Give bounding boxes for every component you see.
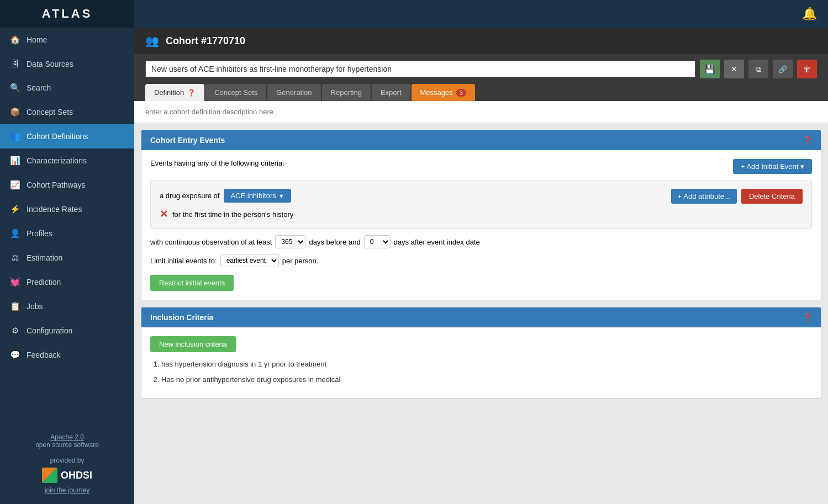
add-attr-label: + Add attribute... (678, 192, 730, 200)
gear-icon: ⚙ (10, 326, 20, 336)
remove-first-time-icon[interactable]: ✕ (160, 208, 168, 220)
users-icon: 👥 (10, 131, 20, 141)
list-item: Has no prior antihypertensive drug expos… (161, 374, 812, 385)
scale-icon: ⚖ (10, 253, 20, 263)
sidebar-item-data-sources[interactable]: 🗄 Data Sources (0, 52, 134, 76)
ace-inhibitors-button[interactable]: ACE inhibitors ▼ (224, 189, 291, 203)
sidebar-item-estimation[interactable]: ⚖ Estimation (0, 246, 134, 270)
content-area: 👥 Cohort #1770710 💾 ✕ ⧉ 🔗 🗑 Definition ❓… (134, 28, 828, 504)
tab-label: Generation (276, 88, 312, 97)
tab-export[interactable]: Export (372, 84, 410, 101)
tab-messages[interactable]: Messages 3 (412, 84, 475, 101)
tab-label: Reporting (331, 88, 362, 97)
cancel-button[interactable]: ✕ (724, 60, 744, 78)
cohort-name-input[interactable] (145, 61, 695, 77)
cohort-entry-events-body: Events having any of the following crite… (141, 150, 821, 300)
cohort-entry-events-panel: Cohort Entry Events ❓ Events having any … (141, 130, 821, 300)
sidebar-item-configuration[interactable]: ⚙ Configuration (0, 319, 134, 343)
sidebar-item-label: Incidence Rates (27, 205, 82, 214)
sidebar-item-incidence-rates[interactable]: ⚡ Incidence Rates (0, 197, 134, 221)
new-inclusion-criteria-button[interactable]: New inclusion criteria (150, 336, 236, 352)
obs-prefix-label: with continuous observation of at least (150, 238, 272, 246)
add-initial-event-button[interactable]: + Add Initial Event ▾ (733, 159, 812, 174)
tab-label: Messages (420, 88, 453, 97)
inclusion-item-text: has hypertension diagnosis in 1 yr prior… (161, 360, 326, 368)
sidebar-item-label: Prediction (27, 278, 61, 287)
sidebar-item-home[interactable]: 🏠 Home (0, 28, 134, 52)
inclusion-criteria-body: New inclusion criteria has hypertension … (141, 327, 821, 398)
app-logo: ATLAS (0, 0, 134, 28)
clipboard-icon: 📋 (10, 301, 20, 311)
inclusion-section-title: Inclusion Criteria (150, 313, 213, 322)
cohort-header: 👥 Cohort #1770710 (134, 28, 828, 54)
copy-button[interactable]: ⧉ (748, 60, 768, 78)
save-button[interactable]: 💾 (700, 60, 720, 78)
sidebar-item-label: Data Sources (27, 60, 73, 68)
first-time-label: for the first time in the person's histo… (172, 210, 293, 219)
add-initial-event-label: + Add Initial Event ▾ (741, 162, 804, 171)
sidebar-item-concept-sets[interactable]: 📦 Concept Sets (0, 100, 134, 124)
restrict-initial-events-button[interactable]: Restrict initial events (150, 275, 234, 291)
limit-suffix-label: per person. (282, 257, 319, 265)
drug-exposure-label: a drug exposure of (160, 192, 219, 200)
sidebar-item-label: Estimation (27, 253, 62, 262)
tabs-bar: Definition ❓ Concept Sets Generation Rep… (134, 84, 828, 101)
app-title: ATLAS (42, 7, 93, 21)
search-icon: 🔍 (10, 83, 20, 93)
tab-generation[interactable]: Generation (267, 84, 320, 101)
cohort-entry-events-header: Cohort Entry Events ❓ (141, 130, 821, 150)
sidebar-item-label: Profiles (27, 229, 52, 238)
criteria-actions: + Add attribute... Delete Criteria (671, 189, 803, 204)
inclusion-criteria-panel: Inclusion Criteria ❓ New inclusion crite… (141, 307, 821, 399)
link-button[interactable]: 🔗 (773, 60, 793, 78)
cohort-id-title: Cohort #1770710 (166, 35, 245, 47)
inclusion-criteria-header: Inclusion Criteria ❓ (141, 307, 821, 327)
database-icon: 🗄 (10, 59, 20, 68)
sidebar-item-prediction[interactable]: 💓 Prediction (0, 270, 134, 294)
new-inclusion-label: New inclusion criteria (159, 340, 227, 348)
footer-provided-by: provided by (50, 457, 84, 464)
days-between-label: days before and (309, 238, 360, 246)
sidebar-item-jobs[interactable]: 📋 Jobs (0, 294, 134, 319)
tab-help-icon[interactable]: ❓ (187, 89, 196, 97)
sidebar: ATLAS 🏠 Home 🗄 Data Sources 🔍 Search 📦 C… (0, 0, 134, 504)
limit-events-select[interactable]: earliest event latest event all events (220, 254, 279, 267)
join-link[interactable]: join the journey (45, 486, 89, 494)
tab-label: Export (381, 88, 402, 97)
cohort-name-bar: 💾 ✕ ⧉ 🔗 🗑 (134, 54, 828, 84)
main-area: 🔔 👥 Cohort #1770710 💾 ✕ ⧉ 🔗 🗑 Definition… (134, 0, 828, 504)
sidebar-item-label: Search (27, 83, 51, 92)
tab-definition[interactable]: Definition ❓ (145, 84, 204, 101)
delete-button[interactable]: 🗑 (797, 60, 817, 78)
sidebar-item-search[interactable]: 🔍 Search (0, 76, 134, 100)
tab-concept-sets[interactable]: Concept Sets (205, 84, 266, 101)
section-help-icon[interactable]: ❓ (803, 136, 812, 145)
license-link[interactable]: Apache 2.0 (50, 433, 84, 441)
section-title: Cohort Entry Events (150, 136, 225, 145)
days-before-select[interactable]: 365 180 90 (275, 235, 305, 248)
add-attribute-button[interactable]: + Add attribute... (671, 189, 737, 204)
messages-badge: 3 (456, 89, 466, 97)
ohdsi-logo-icon (42, 468, 57, 483)
ohdsi-logo: OHDSI (10, 468, 124, 483)
tab-reporting[interactable]: Reporting (322, 84, 371, 101)
sidebar-item-label: Configuration (27, 326, 72, 335)
box-icon: 📦 (10, 107, 20, 117)
sidebar-item-characterizations[interactable]: 📊 Characterizations (0, 148, 134, 173)
days-after-select[interactable]: 0 30 90 (364, 235, 391, 248)
criteria-main-row: a drug exposure of ACE inhibitors ▼ (160, 189, 664, 203)
sidebar-item-cohort-pathways[interactable]: 📈 Cohort Pathways (0, 173, 134, 197)
delete-criteria-button[interactable]: Delete Criteria (741, 189, 803, 204)
comment-icon: 💬 (10, 350, 20, 360)
description-input[interactable] (145, 108, 817, 116)
notifications-icon[interactable]: 🔔 (802, 7, 817, 21)
inclusion-item-text: Has no prior antihypertensive drug expos… (161, 375, 340, 384)
home-icon: 🏠 (10, 35, 20, 45)
sidebar-item-profiles[interactable]: 👤 Profiles (0, 221, 134, 246)
profile-icon: 👤 (10, 229, 20, 238)
days-suffix-label: days after event index date (394, 238, 480, 246)
sidebar-item-label: Home (27, 35, 47, 44)
sidebar-item-cohort-definitions[interactable]: 👥 Cohort Definitions (0, 124, 134, 148)
inclusion-help-icon[interactable]: ❓ (803, 313, 812, 322)
sidebar-item-feedback[interactable]: 💬 Feedback (0, 343, 134, 367)
